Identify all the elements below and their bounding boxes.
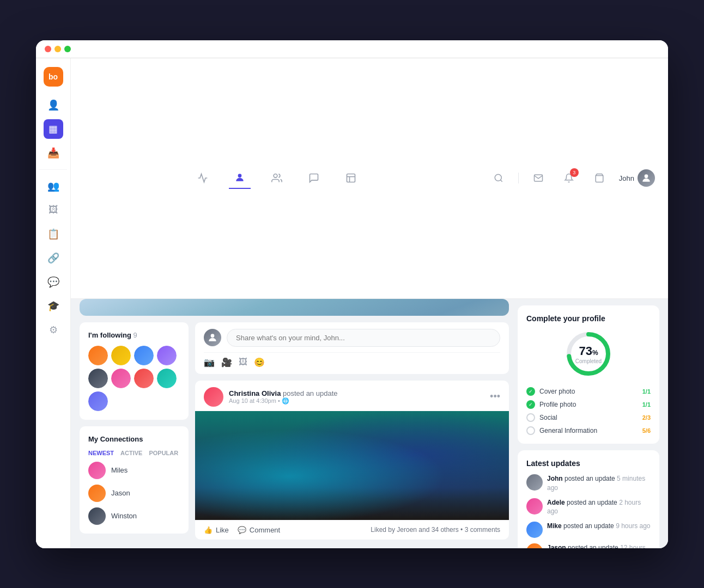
sidebar: bo 👤 ▦ 📥 👥 🖼 📋 🔗 💬 🎓 ⚙ — [36, 58, 71, 548]
general-info-item[interactable]: General Information 5/6 — [526, 426, 651, 435]
following-avatar-6[interactable] — [111, 369, 131, 388]
sidebar-item-chat[interactable]: 💬 — [44, 272, 63, 292]
cover-photo — [80, 299, 509, 316]
following-avatar-1[interactable] — [88, 346, 108, 365]
update-john-1[interactable]: John posted an update 5 minutes ago — [526, 474, 651, 493]
connection-jason[interactable]: Jason — [88, 485, 180, 502]
nav-search[interactable] — [488, 167, 509, 189]
following-avatar-7[interactable] — [134, 369, 154, 388]
conn-tab-active[interactable]: ACTIVE — [120, 450, 142, 456]
connection-winston[interactable]: Winston — [88, 507, 180, 525]
nav-profile[interactable] — [229, 167, 251, 189]
post-author-avatar[interactable] — [204, 387, 223, 407]
top-nav: 3 John — [71, 58, 668, 299]
connection-miles[interactable]: Miles — [88, 462, 180, 479]
nav-messages[interactable] — [303, 167, 325, 189]
svg-point-11 — [211, 334, 215, 338]
following-widget: I'm following 9 — [80, 322, 189, 420]
profile-card: Admin Benn Paulson 13 followers 18 follo… — [80, 299, 509, 316]
latest-updates-card: Latest updates John posted an update 5 m… — [518, 450, 659, 548]
svg-point-0 — [238, 174, 242, 178]
photo-upload-icon[interactable]: 📷 — [204, 357, 215, 367]
cover-photo-item[interactable]: ✓ Cover photo 1/1 — [526, 387, 651, 396]
sidebar-item-connections[interactable]: 🔗 — [44, 248, 63, 268]
minimize-dot[interactable] — [54, 46, 61, 52]
update-avatar-jason — [526, 543, 543, 548]
conn-tab-newest[interactable]: NEWEST — [88, 450, 114, 456]
following-avatar-5[interactable] — [88, 369, 108, 388]
circle-icon-2 — [526, 426, 535, 435]
update-mike[interactable]: Mike posted an update 9 hours ago — [526, 522, 651, 538]
update-text-john-1: John posted an update 5 minutes ago — [547, 474, 651, 493]
following-avatar-9[interactable] — [88, 391, 108, 411]
svg-line-6 — [500, 180, 502, 182]
app-logo[interactable]: bo — [44, 67, 63, 87]
sidebar-item-docs[interactable]: 📋 — [44, 224, 63, 244]
comment-button[interactable]: 💬 Comment — [238, 526, 280, 534]
post-options-icon[interactable]: ••• — [490, 391, 500, 402]
close-dot[interactable] — [45, 46, 51, 52]
svg-point-1 — [274, 174, 278, 178]
following-title: I'm following 9 — [88, 331, 180, 339]
post-author: Christina Olivia posted an update Aug 10… — [204, 387, 337, 407]
update-text-jason: Jason posted an update 12 hours ago — [547, 543, 651, 548]
sidebar-item-grid[interactable]: ▦ — [44, 119, 63, 139]
browser-chrome — [36, 40, 668, 58]
connections-widget: My Connections NEWEST ACTIVE POPULAR — [80, 426, 189, 534]
svg-rect-2 — [347, 174, 355, 182]
following-avatar-2[interactable] — [111, 346, 131, 365]
post-date: Aug 10 at 4:30pm • 🌐 — [229, 397, 337, 405]
sidebar-item-user[interactable]: 👤 — [44, 95, 63, 115]
emoji-icon[interactable]: 😊 — [254, 357, 265, 367]
connections-tabs: NEWEST ACTIVE POPULAR — [88, 450, 180, 456]
post-input-card: 📷 🎥 🖼 😊 — [195, 322, 509, 374]
current-user-avatar — [204, 329, 221, 346]
update-avatar-adele — [526, 498, 543, 514]
following-avatar-4[interactable] — [157, 346, 177, 365]
sidebar-item-learn[interactable]: 🎓 — [44, 296, 63, 316]
latest-updates-title: Latest updates — [526, 459, 651, 468]
update-adele[interactable]: Adele posted an update 2 hours ago — [526, 498, 651, 517]
svg-point-5 — [495, 175, 501, 181]
profile-completion-items: ✓ Cover photo 1/1 ✓ Profile photo — [526, 387, 651, 435]
complete-profile-title: Complete your profile — [526, 314, 651, 323]
post-image — [195, 411, 509, 520]
following-avatar-8[interactable] — [157, 369, 177, 388]
nav-notifications[interactable]: 3 — [558, 167, 580, 189]
nav-tasks[interactable] — [340, 167, 362, 189]
nav-mail[interactable] — [527, 167, 549, 189]
right-sidebar: Complete your profile 73% — [518, 299, 659, 540]
social-item[interactable]: Social 2/3 — [526, 413, 651, 422]
post-author-name[interactable]: Christina Olivia posted an update — [229, 389, 337, 397]
user-avatar — [638, 169, 655, 187]
connections-title: My Connections — [88, 435, 180, 443]
video-upload-icon[interactable]: 🎥 — [221, 357, 232, 367]
check-icon-2: ✓ — [526, 400, 535, 409]
post-text-input[interactable] — [227, 329, 500, 347]
gif-icon[interactable]: 🖼 — [239, 357, 247, 367]
following-grid — [88, 346, 180, 411]
following-avatar-3[interactable] — [134, 346, 154, 365]
post-card: Christina Olivia posted an update Aug 10… — [195, 381, 509, 540]
sidebar-item-photos[interactable]: 🖼 — [44, 200, 63, 220]
likes-info: Liked by Jeroen and 34 others • 3 commen… — [371, 526, 500, 534]
update-jason[interactable]: Jason posted an update 12 hours ago — [526, 543, 651, 548]
update-avatar-mike — [526, 522, 543, 538]
notification-badge: 3 — [570, 168, 579, 177]
sidebar-item-inbox[interactable]: 📥 — [44, 143, 63, 163]
sidebar-item-groups[interactable]: 👥 — [44, 176, 63, 196]
progress-percent: 73% — [575, 344, 602, 358]
nav-user[interactable]: John — [619, 169, 655, 187]
conn-tab-popular[interactable]: POPULAR — [149, 450, 178, 456]
update-avatar-john-1 — [526, 474, 543, 491]
maximize-dot[interactable] — [64, 46, 71, 52]
like-button[interactable]: 👍 Like — [204, 526, 229, 534]
check-icon: ✓ — [526, 387, 535, 396]
complete-profile-card: Complete your profile 73% — [518, 305, 659, 444]
nav-activity[interactable] — [192, 167, 214, 189]
profile-photo-item[interactable]: ✓ Profile photo 1/1 — [526, 400, 651, 409]
circle-icon — [526, 413, 535, 422]
nav-cart[interactable] — [588, 167, 610, 189]
sidebar-item-settings[interactable]: ⚙ — [44, 320, 63, 340]
nav-groups[interactable] — [266, 167, 288, 189]
